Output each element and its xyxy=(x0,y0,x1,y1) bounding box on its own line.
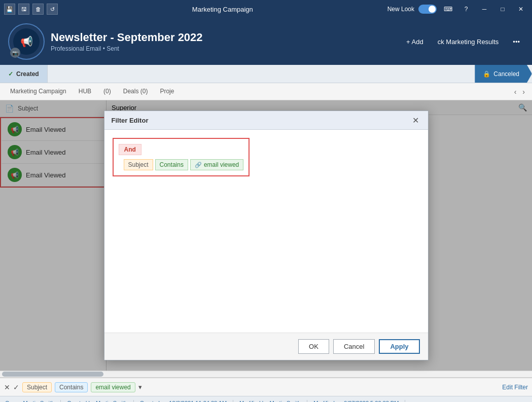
title-bar-icons: 💾 🖫 🗑 ↺ xyxy=(4,4,58,15)
camera-icon[interactable]: 📷 xyxy=(10,48,20,58)
modified-date: 9/27/2022 5:20:33 PM xyxy=(344,400,399,403)
status-created-on: Created on 12/3/2021 11:24:38 AM xyxy=(134,400,233,403)
bottom-filter-bar: ✕ ✓ Subject Contains email viewed ▾ Edit… xyxy=(0,378,532,396)
stage-canceled[interactable]: 🔒 Canceled xyxy=(475,65,532,83)
modal-overlay: Filter Editor ✕ And Subject Contains 🔗 e… xyxy=(0,100,532,371)
scroll-area xyxy=(0,371,532,378)
avatar: 📢 📷 xyxy=(8,23,45,60)
created-date: 12/3/2021 11:24:38 AM xyxy=(169,400,227,403)
record-header: 📢 📷 Newsletter - September 2022 Professi… xyxy=(0,18,532,65)
status-modified-on: Modified on 9/27/2022 5:20:33 PM xyxy=(307,400,405,403)
save-icon[interactable]: 💾 xyxy=(4,4,15,15)
modal-close-button[interactable]: ✕ xyxy=(411,115,421,125)
filter-email-viewed-tag[interactable]: email viewed xyxy=(91,382,135,392)
link-icon: 🔗 xyxy=(195,162,202,168)
stage-created[interactable]: ✓ Created xyxy=(0,65,48,83)
trash-icon[interactable]: 🗑 xyxy=(32,4,44,15)
add-button[interactable]: + Add xyxy=(402,36,428,48)
stage-bar: ✓ Created 🔒 Canceled xyxy=(0,65,532,83)
filter-subject-tag[interactable]: Subject xyxy=(22,382,52,392)
megaphone-icon: 📢 xyxy=(20,35,33,48)
apply-button[interactable]: Apply xyxy=(379,339,419,354)
status-owner: Owner Martin Smith xyxy=(5,400,61,403)
filter-contains-tag[interactable]: Contains xyxy=(55,382,88,392)
status-bar: Owner Martin Smith Created by Martin Smi… xyxy=(0,396,532,402)
email-viewed-text: email viewed xyxy=(204,161,239,168)
stage-canceled-label: Canceled xyxy=(493,70,519,78)
modified-by-name[interactable]: Martin Smith xyxy=(269,400,301,403)
filter-editor-modal: Filter Editor ✕ And Subject Contains 🔗 e… xyxy=(104,111,429,360)
app-title: Marketing Campaign xyxy=(58,6,387,13)
tab-marketing-campaign[interactable]: Marketing Campaign xyxy=(4,83,73,100)
created-by-name[interactable]: Martin Smith xyxy=(96,400,127,403)
save2-icon[interactable]: 🖫 xyxy=(18,4,29,15)
toggle-knob xyxy=(429,6,436,13)
tab-0[interactable]: (0) xyxy=(97,83,117,100)
track-marketing-results-button[interactable]: ck Marketing Results xyxy=(434,36,503,48)
contains-pill[interactable]: Contains xyxy=(155,159,188,170)
email-viewed-pill[interactable]: 🔗 email viewed xyxy=(190,159,243,170)
tab-next-button[interactable]: › xyxy=(519,88,528,96)
edit-filter-button[interactable]: Edit Filter xyxy=(502,384,528,391)
record-subtitle: Professional Email • Sent xyxy=(51,45,396,52)
new-look-toggle[interactable] xyxy=(418,5,437,14)
filter-check-button[interactable]: ✓ xyxy=(13,383,19,391)
title-bar: 💾 🖫 🗑 ↺ Marketing Campaign New Look ⌨ ? … xyxy=(0,0,532,18)
and-badge[interactable]: And xyxy=(119,144,141,155)
modal-body: And Subject Contains 🔗 email viewed xyxy=(104,130,428,333)
filter-group: And Subject Contains 🔗 email viewed xyxy=(113,138,250,176)
tab-prev-button[interactable]: ‹ xyxy=(511,88,520,96)
status-modified-by: Modified by Martin Smith xyxy=(233,400,307,403)
status-created-by: Created by Martin Smith xyxy=(61,400,134,403)
tab-deals[interactable]: Deals (0) xyxy=(117,83,154,100)
tab-bar: Marketing Campaign HUB (0) Deals (0) Pro… xyxy=(0,83,532,100)
maximize-button[interactable]: □ xyxy=(495,2,510,16)
stage-created-label: Created xyxy=(16,70,39,78)
title-bar-right: New Look ⌨ ? ─ □ ✕ xyxy=(387,2,528,16)
tab-proje[interactable]: Proje xyxy=(154,83,180,100)
tab-nav: ‹ › xyxy=(511,88,528,96)
help-button[interactable]: ? xyxy=(459,2,473,16)
filter-clear-button[interactable]: ✕ xyxy=(4,383,10,391)
filter-dropdown-button[interactable]: ▾ xyxy=(138,383,142,391)
subject-pill[interactable]: Subject xyxy=(124,159,153,170)
modal-header: Filter Editor ✕ xyxy=(104,111,428,130)
scroll-thumb[interactable] xyxy=(2,372,103,377)
minimize-button[interactable]: ─ xyxy=(477,2,491,16)
modal-footer: OK Cancel Apply xyxy=(104,333,428,360)
checkmark-icon: ✓ xyxy=(8,70,13,78)
keyboard-icon[interactable]: ⌨ xyxy=(441,2,455,16)
main-area: 📄 Subject 📢 Email Viewed 📢 Email Viewed … xyxy=(0,100,532,371)
record-title: Newsletter - September 2022 xyxy=(51,31,396,44)
record-info: Newsletter - September 2022 Professional… xyxy=(51,31,396,52)
lock-icon: 🔒 xyxy=(483,70,490,78)
more-options-button[interactable]: ••• xyxy=(509,36,524,48)
ok-button[interactable]: OK xyxy=(298,339,329,354)
filter-row: Subject Contains 🔗 email viewed xyxy=(119,159,244,170)
modal-title: Filter Editor xyxy=(112,117,149,124)
new-look-label: New Look xyxy=(387,6,414,13)
owner-name[interactable]: Martin Smith xyxy=(23,400,54,403)
close-button[interactable]: ✕ xyxy=(514,2,528,16)
cancel-button[interactable]: Cancel xyxy=(333,339,375,354)
tab-hub[interactable]: HUB xyxy=(73,83,97,100)
refresh-icon[interactable]: ↺ xyxy=(47,4,58,15)
